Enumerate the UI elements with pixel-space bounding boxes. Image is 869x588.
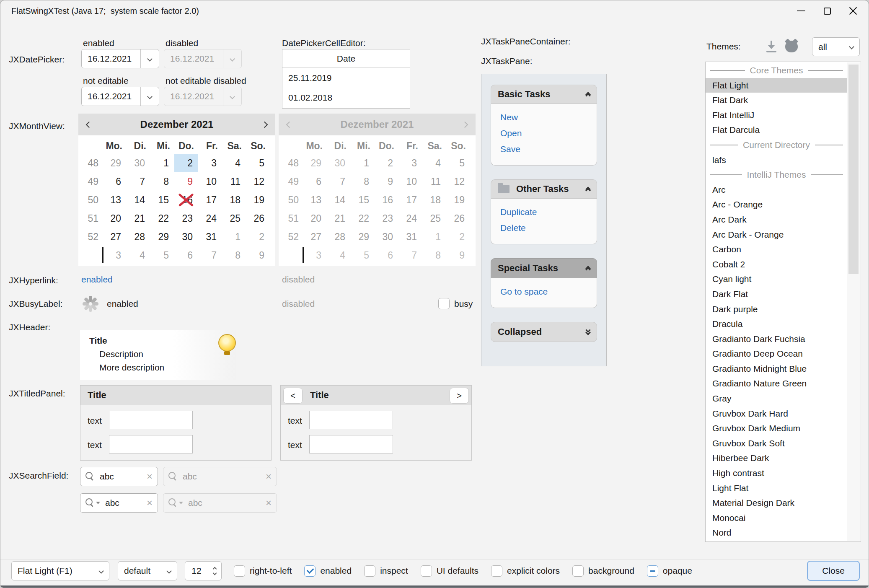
day-cell[interactable]: 11 xyxy=(222,172,246,191)
day-cell[interactable]: 16 xyxy=(174,191,198,209)
theme-list-item[interactable]: Arc xyxy=(706,182,847,197)
day-cell[interactable]: 21 xyxy=(127,209,150,228)
prev-month-button[interactable] xyxy=(87,122,91,127)
chevron-down-icon[interactable] xyxy=(140,49,159,68)
github-icon[interactable] xyxy=(785,40,798,53)
checkbox-background[interactable]: background xyxy=(572,565,634,577)
theme-list-item[interactable]: Carbon xyxy=(706,242,847,257)
theme-list-item[interactable]: Nord xyxy=(706,525,847,540)
task-link[interactable]: Save xyxy=(500,144,597,154)
theme-list-item[interactable]: Light Flat xyxy=(706,481,847,496)
theme-list-item[interactable]: Gradianto Dark Fuchsia xyxy=(706,332,847,347)
theme-list-item[interactable]: Gradianto Nature Green xyxy=(706,376,847,391)
datepicker-enabled-value[interactable]: 16.12.2021 xyxy=(82,49,140,68)
day-cell[interactable]: 29 xyxy=(150,228,174,246)
taskpane-header[interactable]: Collapsed xyxy=(491,322,597,342)
day-cell[interactable]: 1 xyxy=(222,228,246,246)
search-value[interactable]: abc xyxy=(105,498,143,508)
day-cell[interactable]: 26 xyxy=(246,209,270,228)
task-link[interactable]: New xyxy=(500,112,597,122)
day-cell[interactable]: 4 xyxy=(222,154,246,172)
day-cell[interactable]: 9 xyxy=(174,172,198,191)
text-input[interactable] xyxy=(309,435,393,453)
day-cell[interactable]: 19 xyxy=(246,191,270,209)
hyperlink-enabled[interactable]: enabled xyxy=(81,275,113,285)
datepicker-not-editable[interactable]: 16.12.2021 xyxy=(81,87,159,106)
checkbox-enabled[interactable]: enabled xyxy=(304,565,352,577)
taskpane-header[interactable]: Basic Tasks xyxy=(491,85,597,104)
checkbox-box[interactable] xyxy=(364,565,375,577)
day-cell[interactable]: 8 xyxy=(222,246,246,264)
font-size-value[interactable]: 12 xyxy=(185,562,208,580)
chevron-down-icon[interactable] xyxy=(96,502,100,504)
scrollbar-thumb[interactable] xyxy=(848,65,859,274)
theme-list-item[interactable]: Flat IntelliJ xyxy=(706,108,847,123)
day-cell[interactable]: 25 xyxy=(222,209,246,228)
download-icon[interactable] xyxy=(766,41,777,52)
expand-chevrons-icon[interactable] xyxy=(586,329,590,334)
clear-icon[interactable]: × xyxy=(147,471,153,482)
collapse-chevrons-icon[interactable] xyxy=(586,186,590,192)
day-cell[interactable]: 22 xyxy=(150,209,174,228)
maximize-button[interactable] xyxy=(814,0,840,21)
checkbox-box[interactable] xyxy=(304,565,316,577)
busy-checkbox[interactable] xyxy=(438,298,450,309)
day-cell[interactable]: 23 xyxy=(174,209,198,228)
day-cell[interactable]: 18 xyxy=(222,191,246,209)
day-cell[interactable]: 7 xyxy=(198,246,222,264)
table-row[interactable]: 01.02.2018 xyxy=(282,88,410,107)
day-cell[interactable]: 6 xyxy=(174,246,198,264)
taskpane-header[interactable]: Other Tasks xyxy=(491,179,597,199)
day-cell[interactable]: 3 xyxy=(103,246,127,264)
day-cell[interactable]: 2 xyxy=(246,228,270,246)
task-link[interactable]: Go to space xyxy=(500,287,597,297)
table-column-header[interactable]: Date xyxy=(282,49,410,68)
day-cell[interactable]: 3 xyxy=(198,154,222,172)
day-cell[interactable]: 7 xyxy=(127,172,150,191)
text-input[interactable] xyxy=(309,411,393,429)
day-cell[interactable]: 1 xyxy=(150,154,174,172)
theme-list-item[interactable]: Gruvbox Dark Hard xyxy=(706,406,847,421)
theme-list-item[interactable]: Material Design Dark xyxy=(706,495,847,510)
search-dropdown-icon[interactable] xyxy=(85,498,95,508)
checkbox-box[interactable] xyxy=(234,565,245,577)
day-cell[interactable]: 12 xyxy=(246,172,270,191)
close-window-button[interactable] xyxy=(840,0,866,21)
theme-list-item[interactable]: Flat Darcula xyxy=(706,122,847,137)
search-value[interactable]: abc xyxy=(100,471,143,482)
close-button[interactable]: Close xyxy=(807,561,860,581)
task-link[interactable]: Delete xyxy=(500,223,597,233)
checkbox-explicit-colors[interactable]: explicit colors xyxy=(491,565,560,577)
spinner-buttons[interactable] xyxy=(208,562,221,580)
theme-list-item[interactable]: Arc Dark - Orange xyxy=(706,227,847,242)
checkbox-inspect[interactable]: inspect xyxy=(364,565,408,577)
theme-list-item[interactable]: High contrast xyxy=(706,466,847,481)
theme-list-item[interactable]: Dracula xyxy=(706,316,847,332)
theme-list-item[interactable]: Gradianto Midnight Blue xyxy=(706,361,847,376)
theme-list-item[interactable]: Monocai xyxy=(706,510,847,526)
theme-list-item[interactable]: Dark purple xyxy=(706,302,847,317)
text-input[interactable] xyxy=(109,411,193,429)
collapse-chevrons-icon[interactable] xyxy=(586,265,590,272)
theme-list-item[interactable]: Flat Dark xyxy=(706,93,847,108)
monthview-enabled[interactable]: Dezember 2021Mo.Di.Mi.Do.Fr.Sa.So.482930… xyxy=(78,114,275,266)
themes-scrollbar[interactable] xyxy=(847,62,860,541)
day-cell[interactable]: 30 xyxy=(174,228,198,246)
collapse-chevrons-icon[interactable] xyxy=(586,91,590,98)
clear-icon[interactable]: × xyxy=(147,498,153,508)
theme-list-item[interactable]: Gray xyxy=(706,391,847,406)
checkbox-box[interactable] xyxy=(647,565,658,577)
checkbox-box[interactable] xyxy=(421,565,432,577)
day-cell[interactable]: 27 xyxy=(103,228,127,246)
checkbox-ui-defaults[interactable]: UI defaults xyxy=(421,565,478,577)
theme-list-item[interactable]: Arc - Orange xyxy=(706,197,847,212)
theme-list-item[interactable]: Gruvbox Dark Medium xyxy=(706,421,847,436)
theme-list-item[interactable]: Dark Flat xyxy=(706,287,847,302)
day-cell[interactable]: 30 xyxy=(127,154,150,172)
checkbox-right-to-left[interactable]: right-to-left xyxy=(234,565,292,577)
chevron-down-icon[interactable] xyxy=(140,87,159,106)
day-cell[interactable]: 28 xyxy=(127,228,150,246)
day-cell[interactable]: 5 xyxy=(246,154,270,172)
text-input[interactable] xyxy=(109,435,193,453)
theme-list-item[interactable]: lafs xyxy=(706,153,847,168)
